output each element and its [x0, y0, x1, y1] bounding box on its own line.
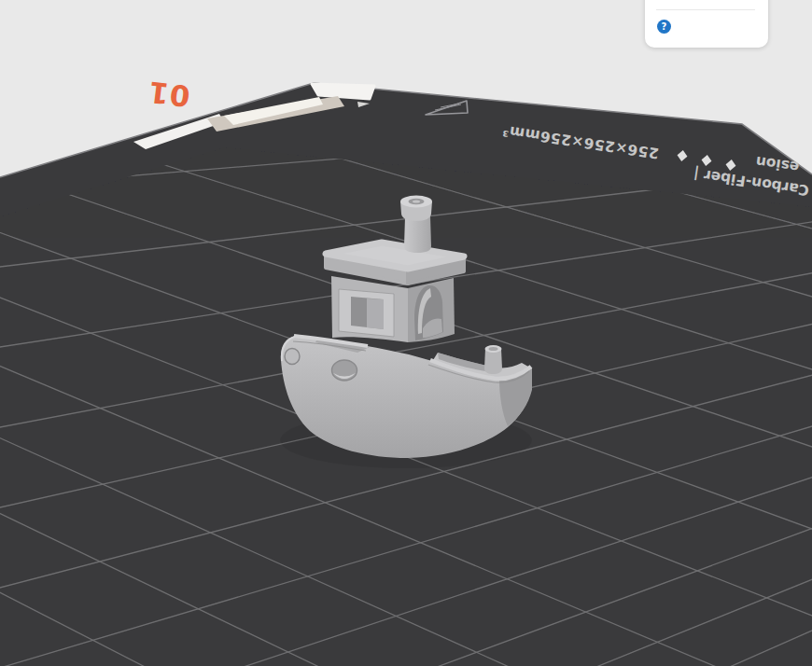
toolbar-panel: ? — [645, 0, 768, 48]
cabin-window-interior — [367, 298, 384, 329]
scene-canvas[interactable]: 256×256×256mm³ esion Carbon-Fiber | 01 — [0, 0, 812, 666]
plate-number-tab[interactable]: 01 — [146, 75, 191, 113]
slicer-3d-viewport[interactable]: 256×256×256mm³ esion Carbon-Fiber | 01 — [0, 0, 812, 666]
help-button[interactable]: ? — [657, 20, 671, 34]
panel-divider — [656, 9, 755, 10]
exhaust-pipe — [484, 349, 502, 374]
help-icon: ? — [662, 22, 667, 32]
plate-handle-cutout — [312, 84, 374, 99]
chimney-stack — [404, 216, 431, 253]
exhaust-pipe-hole — [489, 347, 498, 351]
chimney-hole — [413, 200, 420, 202]
hawse-hole — [285, 349, 300, 365]
